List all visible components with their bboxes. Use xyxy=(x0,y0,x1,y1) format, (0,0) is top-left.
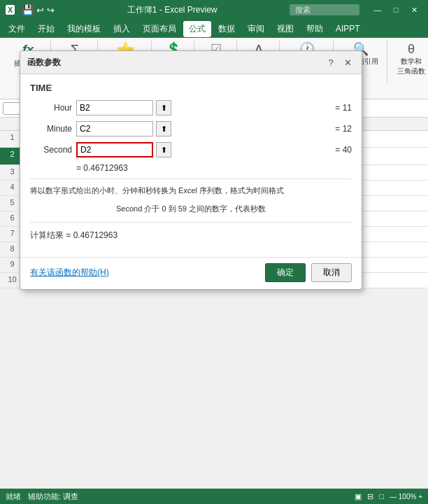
math-label: 数学和三角函数 xyxy=(397,57,425,76)
param-ref-btn-minute[interactable]: ⬆ xyxy=(156,121,171,136)
param-value-hour: = 11 xyxy=(335,103,352,113)
undo-icon[interactable]: ↩ xyxy=(36,5,44,15)
menu-templates[interactable]: 我的模板 xyxy=(62,21,106,37)
status-bar: 就绪 辅助功能: 调查 ▣ ⊟ □ — 100% + xyxy=(0,489,428,504)
dialog-help-button[interactable]: ? xyxy=(324,55,338,69)
status-accessibility: 辅助功能: 调查 xyxy=(28,491,78,502)
menu-page-layout[interactable]: 页面布局 xyxy=(137,21,182,37)
param-input-second[interactable] xyxy=(76,142,153,158)
param-value-second: = 40 xyxy=(335,145,352,155)
param-label-hour: Hour xyxy=(30,103,72,113)
title-bar: X 💾 ↩ ↪ 工作簿1 - Excel Preview — □ ✕ xyxy=(0,0,428,20)
help-link[interactable]: 有关该函数的帮助(H) xyxy=(30,267,109,279)
param-value-minute: = 12 xyxy=(335,124,352,134)
param-input-wrap-minute: ⬆ xyxy=(76,121,331,136)
total-result: = 0.46712963 xyxy=(76,163,352,173)
calc-result: 计算结果 = 0.46712963 xyxy=(30,222,352,241)
zoom-controls[interactable]: — 100% + xyxy=(390,493,422,500)
status-right: ▣ ⊟ □ — 100% + xyxy=(355,492,422,501)
cancel-button[interactable]: 取消 xyxy=(311,263,352,282)
window-title: 工作簿1 - Excel Preview xyxy=(59,4,285,16)
param-row-minute: Minute ⬆ = 12 xyxy=(30,121,352,136)
dialog-body: TIME Hour ⬆ = 11 Minute ⬆ = 12 Second ⬆ xyxy=(20,74,362,257)
menu-file[interactable]: 文件 xyxy=(3,21,31,37)
view-normal-icon[interactable]: ▣ xyxy=(355,492,362,501)
search-input[interactable] xyxy=(290,4,359,15)
view-page-icon[interactable]: □ xyxy=(379,492,384,500)
param-row-hour: Hour ⬆ = 11 xyxy=(30,100,352,115)
quick-access-toolbar: 💾 ↩ ↪ xyxy=(22,4,55,15)
dialog-title-text: 函数参数 xyxy=(27,57,61,69)
menu-bar: 文件 开始 我的模板 插入 页面布局 公式 数据 审阅 视图 帮助 AIPPT xyxy=(0,20,428,38)
menu-view[interactable]: 视图 xyxy=(271,21,299,37)
function-params-dialog: 函数参数 ? ✕ TIME Hour ⬆ = 11 Minute ⬆ = 12 xyxy=(20,50,362,290)
menu-home[interactable]: 开始 xyxy=(32,21,60,37)
maximize-button[interactable]: □ xyxy=(387,4,404,16)
math-button[interactable]: θ 数学和三角函数 xyxy=(394,41,428,78)
param-label-second: Second xyxy=(30,145,72,155)
dialog-title-bar: 函数参数 ? ✕ xyxy=(20,51,362,74)
minimize-button[interactable]: — xyxy=(369,4,386,16)
dialog-title-controls: ? ✕ xyxy=(324,55,355,69)
function-description: 将以数字形式给出的小时、分钟和秒转换为 Excel 序列数，格式为时间格式 xyxy=(30,178,352,197)
ribbon-group-math: θ 数学和三角函数 xyxy=(389,41,428,83)
param-row-second: Second ⬆ = 40 xyxy=(30,142,352,158)
param-ref-btn-hour[interactable]: ⬆ xyxy=(156,100,171,115)
close-button[interactable]: ✕ xyxy=(406,4,422,16)
excel-icon: X xyxy=(6,5,15,15)
footer-buttons: 确定 取消 xyxy=(265,263,352,282)
param-ref-btn-second[interactable]: ⬆ xyxy=(156,142,171,158)
redo-icon[interactable]: ↪ xyxy=(47,5,55,15)
status-ready: 就绪 xyxy=(6,491,21,502)
menu-aippt[interactable]: AIPPT xyxy=(330,22,366,36)
menu-help[interactable]: 帮助 xyxy=(301,21,329,37)
param-input-hour[interactable] xyxy=(76,100,153,115)
menu-insert[interactable]: 插入 xyxy=(108,21,136,37)
menu-review[interactable]: 审阅 xyxy=(242,21,270,37)
window-controls: — □ ✕ xyxy=(369,4,422,16)
save-icon[interactable]: 💾 xyxy=(22,4,34,15)
param-description: Second 介于 0 到 59 之间的数字，代表秒数 xyxy=(30,203,352,216)
menu-formula[interactable]: 公式 xyxy=(183,21,211,37)
menu-data[interactable]: 数据 xyxy=(213,21,241,37)
param-input-wrap-hour: ⬆ xyxy=(76,100,331,115)
param-input-wrap-second: ⬆ xyxy=(76,142,331,158)
dialog-close-button[interactable]: ✕ xyxy=(341,55,355,69)
param-input-minute[interactable] xyxy=(76,121,153,136)
view-pagebreak-icon[interactable]: ⊟ xyxy=(367,492,373,501)
param-label-minute: Minute xyxy=(30,124,72,134)
confirm-button[interactable]: 确定 xyxy=(265,263,306,282)
dialog-footer: 有关该函数的帮助(H) 确定 取消 xyxy=(20,257,362,289)
math-icon: θ xyxy=(408,43,415,55)
function-name: TIME xyxy=(30,83,352,93)
